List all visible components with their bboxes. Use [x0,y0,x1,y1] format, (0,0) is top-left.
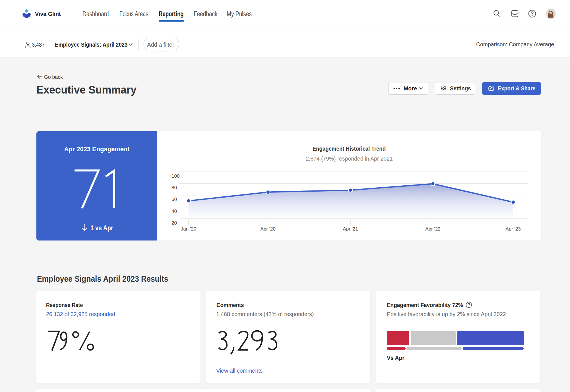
svg-text:20: 20 [172,220,177,226]
svg-text:40: 40 [172,209,177,214]
svg-text:Apr '22: Apr '22 [425,226,440,232]
svg-text:100: 100 [172,173,179,179]
svg-text:Apr '21: Apr '21 [343,226,358,232]
svg-text:Jan '20: Jan '20 [181,226,196,232]
svg-text:Apr '20: Apr '20 [260,226,275,232]
svg-text:80: 80 [172,185,177,190]
svg-text:Apr '23: Apr '23 [505,226,521,232]
svg-text:60: 60 [172,197,177,202]
